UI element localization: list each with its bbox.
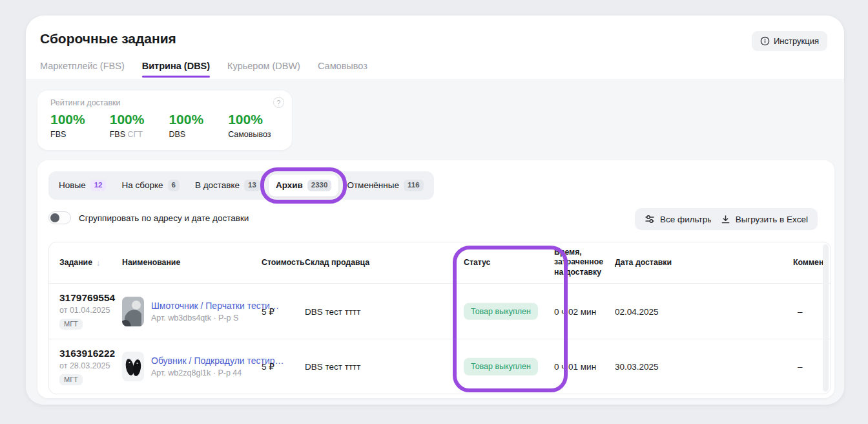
delivery-date-cell: 30.03.2025 [615,362,659,372]
tab-vitrina-dbs[interactable]: Витрина (DBS) [142,61,210,78]
price-cell: 5 ₽ [262,306,274,317]
group-by-address-toggle[interactable]: Сгруппировать по адресу и дате доставки [48,211,249,224]
comment-cell: – [798,306,803,316]
instruction-button-label: Инструкция [774,36,819,46]
rating-dbs-label: DBS [169,130,203,139]
task-date: от 01.04.2025 [59,306,115,315]
main-window-card: Сборочные задания Инструкция Маркетплейс… [26,16,844,405]
column-header-comment: Коммен [793,258,823,268]
task-cell: 3179769554 от 01.04.2025 МГТ [59,292,115,330]
status-tab-archive-count: 2330 [307,180,332,191]
task-date: от 28.03.2025 [59,361,115,370]
tab-marketplace-fbs[interactable]: Маркетплейс (FBS) [40,61,125,78]
active-tab-underline [142,76,210,78]
product-image[interactable] [122,297,144,326]
product-cell: Шмоточник / Перчатки тести… Арт. wb3dbs4… [151,301,274,323]
delivery-date-cell: 02.04.2025 [615,306,659,316]
column-header-warehouse: Склад продавца [305,258,369,268]
rating-fbs-sgt-label-main: FBS [110,130,125,139]
delivery-ratings-card: Рейтинги доставки ? 100% FBS 100% FBS СГ… [37,90,292,150]
archive-annotation-highlight [260,167,347,204]
tab-pickup[interactable]: Самовывоз [318,61,367,78]
status-tab-cancelled[interactable]: Отменённые 116 [340,175,430,196]
status-tab-new-label: Новые [59,180,86,190]
product-link[interactable]: Обувник / Подкрадули тестир… [151,355,274,366]
delivery-mode-tabs: Маркетплейс (FBS) Витрина (DBS) Курьером… [40,61,367,78]
tasks-panel: Новые 12 На сборке 6 В доставке 13 Архив… [37,160,834,398]
tab-courier-dbw[interactable]: Курьером (DBW) [227,61,300,78]
sort-down-icon: ↓ [96,257,101,268]
product-image[interactable] [122,352,144,381]
ratings-title: Рейтинги доставки [50,98,120,107]
page-title: Сборочные задания [40,31,176,47]
table-row: 3179769554 от 01.04.2025 МГТ [49,284,831,339]
task-badge-mgt: МГТ [59,319,83,330]
column-header-task[interactable]: Задание ↓ [59,257,101,268]
rating-fbs-sgt-value: 100% [110,112,145,127]
column-header-time: Время, затраченное на доставку [554,248,614,279]
status-tab-assembling-count: 6 [168,180,180,191]
product-link[interactable]: Шмоточник / Перчатки тести… [151,301,274,311]
status-tab-new[interactable]: Новые 12 [52,175,113,196]
all-filters-label: Все фильтры [660,215,714,224]
rating-pickup: 100% Самовывоз [228,112,271,139]
status-tab-assembling-label: На сборке [121,180,163,190]
instruction-button[interactable]: Инструкция [752,31,827,51]
delivery-time-cell: 0 ч 01 мин [554,362,596,372]
status-tab-archive[interactable]: Архив 2330 [269,175,339,196]
column-header-date: Дата доставки [615,258,672,268]
rating-fbs-label: FBS [50,130,85,139]
rating-dbs: 100% DBS [169,112,203,139]
column-header-price: Стоимость [262,258,305,268]
export-excel-button[interactable]: Выгрузить в Excel [711,208,818,230]
info-icon [760,36,770,46]
rating-fbs-sgt: 100% FBS СГТ [110,112,145,139]
status-tab-in-delivery[interactable]: В доставке 13 [188,175,267,196]
status-tab-in-delivery-label: В доставке [195,180,240,190]
rating-fbs-sgt-label: FBS СГТ [110,130,145,139]
status-tab-cancelled-count: 116 [404,180,424,191]
warehouse-cell: DBS тест тттт [305,362,360,372]
tab-vitrina-dbs-label: Витрина (DBS) [142,61,210,71]
task-id: 3179769554 [59,292,115,304]
column-header-status: Статус [464,258,490,268]
status-tab-new-count: 12 [90,180,107,191]
group-toggle-label: Сгруппировать по адресу и дате доставки [79,213,249,223]
rating-fbs-value: 100% [50,112,85,127]
export-excel-label: Выгрузить в Excel [736,215,808,224]
help-icon[interactable]: ? [273,97,284,108]
price-cell: 5 ₽ [262,361,274,372]
product-meta: Арт. wb2zq8gl1k · Р-р 44 [151,368,274,377]
filters-icon [645,214,655,224]
table-row: 3163916222 от 28.03.2025 МГТ [49,339,831,394]
product-cell: Обувник / Подкрадули тестир… Арт. wb2zq8… [151,355,274,377]
status-cell: Товар выкуплен [464,358,538,376]
table-header-row: Задание ↓ Наименование Стоимость Склад п… [49,242,831,284]
toggle-track[interactable] [48,211,71,224]
task-badge-mgt: МГТ [59,374,83,385]
all-filters-button[interactable]: Все фильтры [635,208,723,230]
table-vertical-scrollbar[interactable] [823,244,829,392]
warehouse-cell: DBS тест тттт [305,306,360,316]
status-tab-archive-label: Архив [276,180,303,190]
rating-fbs-sgt-label-sub: СГТ [125,130,143,139]
product-meta: Арт. wb3dbs4qtk · Р-р S [151,313,274,323]
status-tab-assembling[interactable]: На сборке 6 [114,175,186,196]
download-icon [721,215,730,224]
rating-pickup-label: Самовывоз [228,130,271,139]
comment-cell: – [798,362,803,372]
status-badge: Товар выкуплен [464,358,538,376]
column-header-name: Наименование [122,258,180,268]
status-cell: Товар выкуплен [464,302,538,320]
tasks-table: Задание ↓ Наименование Стоимость Склад п… [48,242,831,394]
toggle-knob [50,213,59,222]
status-tab-in-delivery-count: 13 [244,180,260,191]
delivery-time-cell: 0 ч 02 мин [554,306,596,316]
rating-dbs-value: 100% [169,112,203,127]
ratings-stats: 100% FBS 100% FBS СГТ 100% DBS 100% Само… [50,112,271,139]
status-tab-cancelled-label: Отменённые [347,180,399,190]
rating-fbs: 100% FBS [50,112,85,139]
column-header-task-label: Задание [59,258,92,268]
page-root: Сборочные задания Инструкция Маркетплейс… [0,0,868,424]
task-id: 3163916222 [59,348,115,359]
